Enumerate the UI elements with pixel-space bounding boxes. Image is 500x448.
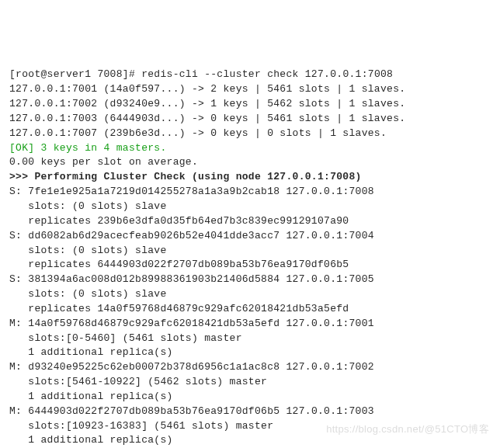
node-detail: slots: (0 slots) slave — [9, 245, 167, 256]
node-detail: slots:[5461-10922] (5462 slots) master — [9, 376, 267, 387]
watermark: https://blog.csdn.net/@51CTO博客 — [326, 422, 489, 437]
node-detail: replicates 6444903d022f2707db089ba53b76e… — [9, 259, 349, 270]
summary-line: 127.0.0.1:7002 (d93240e9...) -> 1 keys |… — [9, 98, 405, 109]
node-detail: replicates 14a0f59768d46879c929afc620184… — [9, 303, 349, 314]
node-detail: 1 additional replica(s) — [9, 434, 173, 446]
shell-prompt: [root@server1 7008]# redis-cli --cluster… — [9, 68, 393, 80]
ok-line: [OK] 3 keys in 4 masters. — [9, 142, 167, 154]
summary-line: 127.0.0.1:7001 (14a0f597...) -> 2 keys |… — [9, 83, 405, 95]
avg-line: 0.00 keys per slot on average. — [9, 156, 198, 168]
summary-line: 127.0.0.1:7007 (239b6e3d...) -> 0 keys |… — [9, 127, 387, 139]
node-line: S: 7fe1e1e925a1a7219d014255278a1a3a9b2ca… — [9, 186, 374, 197]
node-line: M: d93240e95225c62eb00072b378d6956c1a1ac… — [9, 361, 374, 373]
node-line: S: 381394a6ac008d012b89988361903b21406d5… — [9, 273, 374, 285]
node-detail: slots:[10923-16383] (5461 slots) master — [9, 420, 273, 432]
node-detail: slots:[0-5460] (5461 slots) master — [9, 332, 242, 344]
terminal-output: [root@server1 7008]# redis-cli --cluster… — [9, 68, 491, 448]
summary-line: 127.0.0.1:7003 (6444903d...) -> 0 keys |… — [9, 113, 405, 124]
node-detail: slots: (0 slots) slave — [9, 200, 167, 212]
node-detail: replicates 239b6e3dfa0d35fb64ed7b3c839ec… — [9, 215, 349, 227]
node-line: M: 6444903d022f2707db089ba53b76ea9170df0… — [9, 405, 374, 417]
node-detail: slots: (0 slots) slave — [9, 288, 167, 300]
node-detail: 1 additional replica(s) — [9, 391, 173, 402]
node-line: S: dd6082ab6d29acecfeab9026b52e4041dde3a… — [9, 230, 374, 241]
node-detail: 1 additional replica(s) — [9, 346, 173, 358]
node-line: M: 14a0f59768d46879c929afc62018421db53a5… — [9, 318, 374, 329]
cluster-check-header: >>> Performing Cluster Check (using node… — [9, 171, 362, 182]
